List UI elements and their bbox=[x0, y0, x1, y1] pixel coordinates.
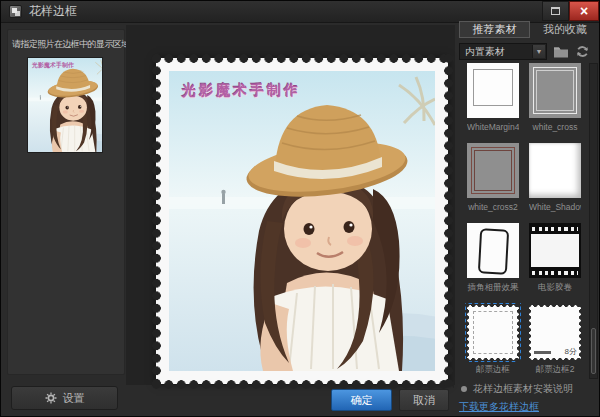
material-label: 邮票边框 bbox=[467, 364, 519, 376]
materials-grid: WhiteMargin4white_crosswhite_cross2White… bbox=[467, 63, 581, 376]
photo-region-thumbnail[interactable]: 光影魔术手制作 bbox=[27, 57, 103, 153]
material-thumbnail bbox=[529, 143, 581, 198]
material-label: WhiteMargin4 bbox=[467, 122, 519, 132]
material-label: 电影胶卷 bbox=[529, 282, 581, 294]
material-item-whitemargin[interactable]: WhiteMargin4 bbox=[467, 63, 519, 132]
ok-label: 确定 bbox=[351, 393, 373, 408]
material-item-corner[interactable]: 插角相册效果 bbox=[467, 223, 519, 294]
cancel-button[interactable]: 取消 bbox=[399, 389, 449, 411]
material-thumbnail bbox=[467, 143, 519, 198]
material-thumbnail bbox=[467, 305, 519, 360]
ok-button[interactable]: 确定 bbox=[331, 389, 392, 411]
material-source-value: 内置素材 bbox=[465, 45, 505, 59]
tab-label: 我的收藏 bbox=[543, 22, 587, 37]
refresh-icon bbox=[575, 44, 590, 59]
material-thumbnail bbox=[529, 63, 581, 118]
close-icon: × bbox=[580, 4, 588, 18]
material-item-stamp2[interactable]: 8分邮票边框2 bbox=[529, 305, 581, 376]
install-help-text: 花样边框素材安装说明 bbox=[473, 382, 573, 396]
preview-photo[interactable]: 光影魔术手制作 bbox=[169, 71, 435, 371]
chevron-down-icon: ▼ bbox=[532, 45, 545, 58]
fancy-border-dialog: 花样边框 × 请指定照片在边框中的显示区域 光影魔术手制作 设置 光影魔术手制作… bbox=[0, 0, 600, 417]
watermark-mini: 光影魔术手制作 bbox=[32, 61, 74, 70]
scrollbar-thumb[interactable] bbox=[591, 328, 596, 374]
material-item-shadow[interactable]: White_Shadow bbox=[529, 143, 581, 212]
stamp-frame: 光影魔术手制作 bbox=[156, 58, 448, 384]
stamp-inscription-mark bbox=[534, 351, 551, 354]
watermark-text: 光影魔术手制作 bbox=[182, 82, 301, 100]
folder-icon bbox=[553, 45, 569, 58]
tab-label: 推荐素材 bbox=[473, 22, 517, 37]
photo-region-panel: 请指定照片在边框中的显示区域 光影魔术手制作 bbox=[7, 29, 125, 375]
material-item-stamp[interactable]: 邮票边框 bbox=[467, 305, 519, 376]
material-item-film[interactable]: 电影胶卷 bbox=[529, 223, 581, 294]
material-label: white_cross bbox=[529, 122, 581, 132]
material-thumbnail bbox=[529, 223, 581, 278]
materials-scrollbar[interactable] bbox=[589, 63, 598, 379]
download-more-borders-link[interactable]: 下载更多花样边框 bbox=[459, 400, 539, 414]
photo-mini bbox=[28, 58, 102, 152]
install-help[interactable]: 花样边框素材安装说明 bbox=[461, 382, 573, 396]
maximize-button[interactable] bbox=[542, 1, 569, 21]
close-button[interactable]: × bbox=[569, 1, 599, 21]
material-label: White_Shadow bbox=[529, 202, 581, 212]
preview-area: 光影魔术手制作 bbox=[126, 25, 455, 385]
material-item-cross2[interactable]: white_cross2 bbox=[467, 143, 519, 212]
cancel-label: 取消 bbox=[413, 393, 435, 408]
help-icon bbox=[461, 386, 467, 392]
titlebar: 花样边框 × bbox=[1, 1, 599, 23]
settings-button[interactable]: 设置 bbox=[11, 386, 118, 410]
material-thumbnail bbox=[467, 63, 519, 118]
app-logo-icon bbox=[9, 5, 22, 18]
material-source-select[interactable]: 内置素材 ▼ bbox=[459, 43, 547, 60]
instruction-text: 请指定照片在边框中的显示区域 bbox=[12, 38, 130, 51]
tab-recommended-materials[interactable]: 推荐素材 bbox=[459, 21, 530, 38]
refresh-button[interactable] bbox=[573, 42, 591, 60]
material-thumbnail bbox=[467, 223, 519, 278]
tab-my-favorites[interactable]: 我的收藏 bbox=[531, 21, 599, 38]
window-title: 花样边框 bbox=[29, 3, 77, 20]
material-label: white_cross2 bbox=[467, 202, 519, 212]
maximize-icon bbox=[551, 7, 560, 15]
settings-label: 设置 bbox=[63, 391, 85, 406]
stamp-denomination: 8分 bbox=[565, 346, 577, 357]
open-folder-button[interactable] bbox=[552, 42, 570, 60]
photo-large bbox=[169, 71, 435, 371]
gear-icon bbox=[45, 392, 57, 404]
material-item-cross[interactable]: white_cross bbox=[529, 63, 581, 132]
material-thumbnail: 8分 bbox=[529, 305, 581, 360]
material-label: 邮票边框2 bbox=[529, 364, 581, 376]
material-label: 插角相册效果 bbox=[467, 282, 519, 294]
